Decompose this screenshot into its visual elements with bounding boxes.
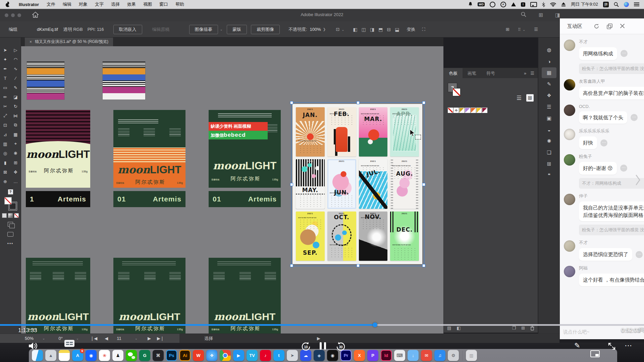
tab-画笔[interactable]: 画笔 [463, 68, 481, 78]
eraser-tool[interactable]: ◪ [10, 92, 21, 102]
layers-panel-icon[interactable]: ❏ [542, 147, 556, 158]
type-tool[interactable]: T [0, 73, 10, 83]
mountain-app-icon[interactable] [511, 2, 516, 6]
pen-tool[interactable]: ✒ [0, 64, 10, 73]
dock-photos[interactable]: ❀ [99, 350, 110, 361]
line-segment-tool[interactable]: ∕ [10, 73, 21, 83]
selection-handle[interactable] [290, 264, 293, 267]
pattern-thumbnail-2[interactable] [103, 62, 145, 100]
curvature-tool[interactable]: ∿ [10, 64, 21, 73]
replay-10-icon[interactable]: 10 [301, 341, 311, 352]
chat-bubble[interactable]: 好的~谢谢 😚 [579, 162, 617, 175]
control-list-icon[interactable] [634, 2, 639, 6]
fill-stroke-control[interactable] [4, 197, 17, 210]
align-top-icon[interactable]: ⬒ [378, 27, 383, 32]
artboard-tool[interactable]: ⊞ [10, 158, 21, 167]
notification-icon[interactable] [468, 2, 473, 7]
eyedropper-tool[interactable]: ⌖ [10, 139, 21, 148]
close-tab-icon[interactable]: × [30, 40, 32, 44]
dock-keyboard-app[interactable]: ⌨ [394, 350, 405, 361]
eject-icon[interactable] [561, 2, 566, 7]
tab-符号[interactable]: 符号 [481, 68, 500, 78]
blend-tool[interactable]: ◎ [0, 148, 10, 158]
scissors-tool[interactable]: ✂ [0, 102, 10, 111]
chat-collapse-icon[interactable] [635, 174, 641, 186]
apple-menu-icon[interactable] [5, 2, 10, 7]
qa-button[interactable]: 问 [639, 326, 644, 334]
selection-handle[interactable] [290, 183, 293, 186]
dock-indesign[interactable]: Id [381, 350, 392, 361]
menu-item-5[interactable]: 效果 [123, 1, 140, 7]
chat-bubble[interactable]: 用网格练构成 [579, 47, 617, 60]
symbols-panel-icon[interactable]: ❖ [542, 90, 556, 101]
message-more-icon[interactable]: ⋯ [600, 139, 607, 146]
menu-item-7[interactable]: 窗口 [156, 1, 172, 7]
rectangle-tool[interactable]: ▭ [0, 83, 10, 92]
pip-icon[interactable] [590, 350, 600, 357]
volume-icon[interactable] [28, 341, 38, 351]
align-left-icon[interactable]: ◧ [353, 27, 358, 32]
dock-cheatsheet[interactable]: ⌘ [153, 350, 164, 361]
transform-link[interactable]: 变换 [407, 26, 415, 33]
linked-file-name[interactable]: dKxmEq.tif [37, 27, 58, 32]
dock-downloads-folder[interactable]: ↓ [408, 350, 419, 361]
artboards-panel-icon[interactable]: ⊞ [542, 159, 556, 169]
dock-system-preferences[interactable]: ⚙ [448, 350, 459, 361]
purple-swatch[interactable] [465, 108, 470, 113]
menu-bar-clock[interactable]: 周日 下午9:02 [571, 1, 598, 7]
dock-photoshop[interactable]: Ps [166, 350, 177, 361]
selection-handle[interactable] [357, 264, 360, 267]
menu-item-3[interactable]: 文字 [91, 1, 107, 7]
stroke-panel-icon[interactable]: ☰ [542, 102, 556, 112]
selection-handle[interactable] [422, 264, 425, 267]
selection-handle[interactable] [422, 101, 425, 104]
rotate-view-icon[interactable]: ◍ [542, 45, 556, 55]
dock-shield-app[interactable]: ◈ [314, 350, 325, 361]
yellow-swatch[interactable] [476, 108, 482, 113]
dock-wps-office[interactable]: W [193, 350, 204, 361]
more-controls-icon[interactable]: ⋯ [625, 341, 632, 350]
delete-swatch-icon[interactable] [530, 326, 534, 330]
menu-item-0[interactable]: 文件 [43, 1, 59, 7]
hand-tool[interactable]: ✥ [10, 167, 21, 177]
popout-icon[interactable] [607, 23, 612, 29]
draw-mode-icon[interactable] [8, 222, 13, 227]
chat-bubble[interactable]: 好快 [579, 136, 597, 149]
chat-bubble[interactable]: 高价悬赏卢掌门的脑子装在我 [579, 87, 644, 100]
menu-item-2[interactable]: 对象 [75, 1, 91, 7]
style-icon[interactable]: ⊡⌄ [336, 27, 344, 32]
menu-item-4[interactable]: 选择 [107, 1, 123, 7]
gold-swatch[interactable] [459, 108, 465, 113]
message-more-icon[interactable]: ⋯ [636, 251, 643, 258]
bluetooth-icon[interactable] [542, 2, 545, 7]
forward-30-icon[interactable]: 30 [335, 341, 346, 352]
links-panel-icon[interactable]: ▣ [542, 113, 556, 124]
gradient-panel-icon[interactable]: ◑ [542, 56, 556, 67]
new-swatch-group-icon[interactable]: ⊞ [521, 325, 525, 330]
panel-expand-icon[interactable]: » [524, 71, 526, 76]
align-bottom-icon[interactable]: ⬓ [395, 27, 399, 32]
screen-mode-icon[interactable] [7, 232, 13, 237]
siri-icon[interactable] [624, 2, 629, 7]
crimson-swatch[interactable] [482, 108, 487, 113]
zoom-level-value[interactable]: 50% [25, 336, 34, 341]
display-icon[interactable] [530, 2, 537, 7]
zoom-tool[interactable]: ⊕ [0, 177, 10, 186]
appearance-panel-icon[interactable]: ✺ [542, 136, 556, 146]
message-more-icon[interactable]: ⋯ [621, 50, 628, 57]
slice-tool[interactable]: ⊠ [0, 167, 10, 177]
selection-tool[interactable]: ➤ [0, 45, 10, 55]
dock-safari[interactable]: ❖ [206, 350, 217, 361]
selection-handle[interactable] [422, 183, 425, 186]
rotation-dropdown-icon[interactable]: ⌄ [76, 337, 79, 340]
dock-options-icon[interactable]: ⁞⁞⌄ [518, 27, 526, 32]
dock-music-app[interactable]: ♫ [434, 350, 445, 361]
more-tools[interactable]: … [10, 177, 21, 186]
poster-moonlight-dark-1[interactable]: moonLIGHT 香薰蜡烛阿尔忒弥斯135g [26, 258, 90, 334]
panel-menu-icon[interactable]: ☰ [530, 71, 534, 76]
artboard-dropdown-icon[interactable]: ⌄ [135, 337, 138, 340]
symbol-sprayer-tool[interactable]: ❋ [10, 148, 21, 158]
orange-swatch[interactable] [471, 108, 476, 113]
edit-danmaku-icon[interactable]: ✎ [574, 342, 580, 350]
mesh-tool[interactable]: ▦ [10, 130, 21, 139]
